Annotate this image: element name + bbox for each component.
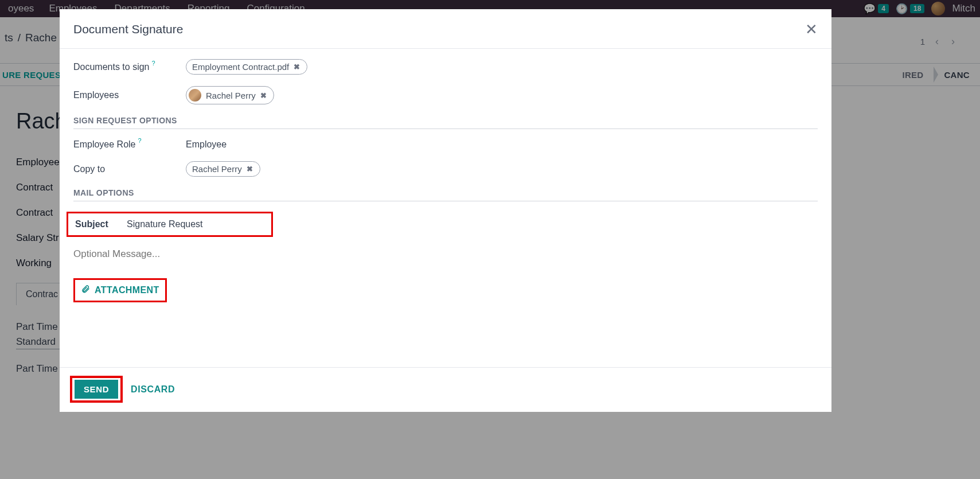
section-sign-request-options: SIGN REQUEST OPTIONS bbox=[73, 116, 818, 129]
document-tag-label: Employment Contract.pdf bbox=[192, 62, 289, 72]
employee-tag[interactable]: Rachel Perry ✖ bbox=[186, 86, 274, 104]
remove-tag-icon[interactable]: ✖ bbox=[247, 165, 253, 173]
document-tag[interactable]: Employment Contract.pdf ✖ bbox=[186, 59, 307, 75]
paperclip-icon bbox=[81, 285, 90, 296]
section-mail-options: MAIL OPTIONS bbox=[73, 188, 818, 201]
close-icon[interactable]: ✕ bbox=[805, 22, 818, 37]
avatar bbox=[189, 89, 201, 102]
attachment-button[interactable]: ATTACHMENT bbox=[81, 285, 159, 296]
message-textarea[interactable] bbox=[73, 246, 818, 262]
modal-footer: SEND DISCARD bbox=[60, 367, 831, 412]
document-signature-modal: Document Signature ✕ Documents to sign? … bbox=[60, 9, 831, 412]
discard-button[interactable]: DISCARD bbox=[131, 384, 175, 395]
send-button[interactable]: SEND bbox=[75, 380, 118, 399]
help-icon[interactable]: ? bbox=[138, 137, 142, 144]
remove-tag-icon[interactable]: ✖ bbox=[260, 91, 267, 100]
attachment-label: ATTACHMENT bbox=[95, 285, 159, 295]
attachment-highlight: ATTACHMENT bbox=[73, 278, 167, 302]
label-documents-to-sign: Documents to sign? bbox=[73, 62, 186, 72]
remove-tag-icon[interactable]: ✖ bbox=[294, 63, 300, 71]
value-employee-role[interactable]: Employee bbox=[186, 139, 818, 150]
copy-to-tag-label: Rachel Perry bbox=[192, 164, 242, 174]
subject-field-highlight: Subject Signature Request bbox=[67, 212, 273, 237]
label-employees: Employees bbox=[73, 90, 186, 100]
label-employee-role: Employee Role? bbox=[73, 139, 186, 150]
copy-to-tag[interactable]: Rachel Perry ✖ bbox=[186, 161, 260, 177]
subject-input[interactable]: Signature Request bbox=[127, 219, 264, 229]
modal-body: Documents to sign? Employment Contract.p… bbox=[60, 49, 831, 367]
modal-header: Document Signature ✕ bbox=[60, 9, 831, 49]
employee-tag-label: Rachel Perry bbox=[206, 91, 256, 100]
label-copy-to: Copy to bbox=[73, 164, 186, 174]
label-subject: Subject bbox=[75, 219, 127, 229]
help-icon[interactable]: ? bbox=[152, 60, 155, 67]
modal-title: Document Signature bbox=[73, 22, 183, 36]
send-highlight: SEND bbox=[70, 376, 123, 403]
